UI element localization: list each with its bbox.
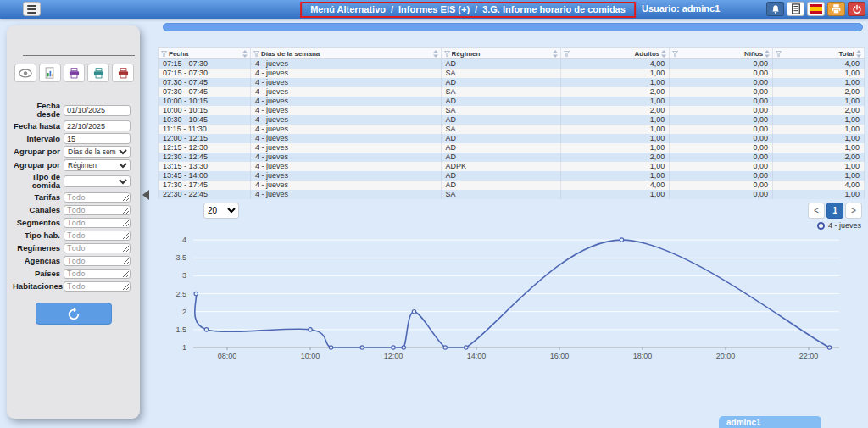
print-red-button[interactable] xyxy=(112,64,134,82)
filter-input-tipo-de-comida[interactable] xyxy=(64,175,131,187)
print-purple-button[interactable] xyxy=(64,64,86,82)
table-row[interactable]: 07:30 - 07:454 - juevesAD1,000,001,00 xyxy=(159,78,865,87)
filter-funnel-icon[interactable] xyxy=(253,51,259,57)
collapsed-panel-bar[interactable] xyxy=(163,23,863,31)
table-row[interactable]: 22:30 - 22:454 - juevesSA1,000,001,00 xyxy=(159,190,865,199)
data-point-marker[interactable] xyxy=(443,346,447,349)
filter-row: Regímenes xyxy=(13,242,134,253)
filter-row: Fecha desde xyxy=(13,102,134,119)
data-point-marker[interactable] xyxy=(620,238,623,242)
filter-input-agencias[interactable] xyxy=(64,256,131,266)
table-cell: 0,00 xyxy=(670,171,773,181)
pager-prev-button[interactable]: < xyxy=(808,203,825,219)
table-cell: 1,00 xyxy=(561,171,670,181)
table-row[interactable]: 12:30 - 12:454 - juevesAD2,000,002,00 xyxy=(159,153,865,162)
filter-funnel-icon[interactable] xyxy=(564,51,570,57)
data-point-marker[interactable] xyxy=(309,328,312,331)
filter-input-pa-ses[interactable] xyxy=(64,269,131,279)
table-row[interactable]: 10:00 - 10:154 - juevesAD1,000,001,00 xyxy=(159,97,865,106)
sort-icon[interactable] xyxy=(553,50,558,58)
table-cell: AD xyxy=(442,143,562,153)
breadcrumb-item[interactable]: 3.G. Informe horario de comidas xyxy=(482,4,626,14)
filter-input-agrupar-por[interactable]: Días de la semana xyxy=(64,146,131,158)
table-row[interactable]: 13:15 - 13:304 - juevesADPK1,000,001,00 xyxy=(159,162,865,171)
data-point-marker[interactable] xyxy=(360,346,364,349)
data-point-marker[interactable] xyxy=(827,346,831,349)
table-cell: AD xyxy=(442,78,562,87)
filter-row: Canales xyxy=(13,204,134,215)
table-row[interactable]: 10:30 - 10:454 - juevesAD1,000,001,00 xyxy=(159,115,865,125)
journal-icon xyxy=(791,3,801,14)
filter-input-intervalo[interactable] xyxy=(64,133,131,144)
table-row[interactable]: 11:15 - 11:304 - juevesSA1,000,001,00 xyxy=(159,125,865,134)
data-point-marker[interactable] xyxy=(194,292,198,295)
table-row[interactable]: 07:30 - 07:454 - juevesSA2,000,002,00 xyxy=(159,87,865,97)
chat-widget-badge[interactable]: adminc1 xyxy=(719,416,821,428)
filter-input-fecha-desde[interactable] xyxy=(64,105,131,116)
notifications-button[interactable] xyxy=(766,2,784,16)
data-point-marker[interactable] xyxy=(204,328,208,331)
excel-export-button[interactable] xyxy=(39,64,61,82)
breadcrumb[interactable]: Menú Alternativo/Informes EIS (+)/3.G. I… xyxy=(300,2,636,18)
pager-next-button[interactable]: > xyxy=(845,203,862,219)
table-cell: 0,00 xyxy=(670,69,773,78)
journal-button[interactable] xyxy=(787,2,804,16)
data-point-marker[interactable] xyxy=(392,346,395,349)
logout-button[interactable] xyxy=(848,2,865,16)
language-button[interactable] xyxy=(807,2,825,16)
column-header-r-gimen[interactable]: Régimen xyxy=(442,48,562,58)
filter-input-habitaciones[interactable] xyxy=(64,281,131,292)
filter-input-tarifas[interactable] xyxy=(64,192,131,203)
sort-icon[interactable] xyxy=(661,50,666,58)
filter-input-reg-menes[interactable] xyxy=(64,243,131,253)
data-point-marker[interactable] xyxy=(402,346,405,349)
refresh-button[interactable] xyxy=(36,303,112,325)
filter-funnel-icon[interactable] xyxy=(444,51,450,57)
table-row[interactable]: 13:45 - 14:004 - juevesAD1,000,001,00 xyxy=(159,171,865,181)
data-point-marker[interactable] xyxy=(412,310,415,314)
table-row[interactable]: 10:00 - 10:154 - juevesSA2,000,002,00 xyxy=(159,106,865,115)
search-input[interactable] xyxy=(23,42,135,56)
column-header-adultos[interactable]: Adultos xyxy=(561,48,670,58)
filter-funnel-icon[interactable] xyxy=(776,51,782,57)
sort-icon[interactable] xyxy=(856,50,861,58)
column-header-ni-os[interactable]: Niños xyxy=(670,48,773,58)
column-header-total[interactable]: Total xyxy=(773,48,865,58)
filter-funnel-icon[interactable] xyxy=(161,51,167,57)
data-point-marker[interactable] xyxy=(465,346,468,349)
pager-page-button[interactable]: 1 xyxy=(826,203,843,219)
sort-icon[interactable] xyxy=(433,50,438,58)
sort-icon[interactable] xyxy=(765,50,770,58)
data-point-marker[interactable] xyxy=(329,346,332,349)
preview-button[interactable] xyxy=(14,64,36,82)
table-row[interactable]: 12:00 - 12:154 - juevesAD1,000,001,00 xyxy=(159,134,865,143)
breadcrumb-item[interactable]: Menú Alternativo xyxy=(310,4,386,14)
bell-icon xyxy=(771,4,781,14)
filter-input-tipo-hab-[interactable] xyxy=(64,231,131,241)
sidebar-collapse-arrow[interactable] xyxy=(142,190,149,200)
table-row[interactable]: 12:15 - 12:304 - juevesAD1,000,001,00 xyxy=(159,143,865,153)
filter-input-agrupar-por[interactable]: Régimen xyxy=(64,159,131,171)
hamburger-menu-button[interactable] xyxy=(23,2,41,16)
column-header-d-as-de-la-semana[interactable]: Días de la semana xyxy=(251,48,442,58)
table-row[interactable]: 07:15 - 07:304 - juevesSA1,000,001,00 xyxy=(159,69,865,78)
table-row[interactable]: 17:30 - 17:454 - juevesAD4,000,004,00 xyxy=(159,181,865,190)
table-row[interactable]: 07:15 - 07:304 - juevesAD4,000,004,00 xyxy=(159,59,865,69)
print-teal-button[interactable] xyxy=(87,64,109,82)
filter-input-segmentos[interactable] xyxy=(64,218,131,228)
legend-radio[interactable] xyxy=(817,222,825,230)
page-size-select[interactable]: 20 xyxy=(203,203,239,219)
filter-funnel-icon[interactable] xyxy=(672,51,678,57)
sort-icon[interactable] xyxy=(242,50,248,58)
breadcrumb-item[interactable]: Informes EIS (+) xyxy=(398,4,470,14)
table-cell: 2,00 xyxy=(773,106,865,115)
table-cell: SA xyxy=(442,69,562,78)
print-button[interactable] xyxy=(827,2,845,16)
x-tick-label: 10:00 xyxy=(301,352,320,360)
column-header-fecha[interactable]: Fecha xyxy=(159,48,251,58)
filter-input-canales[interactable] xyxy=(64,205,131,215)
table-cell: 4 - jueves xyxy=(251,153,442,162)
filter-label: Intervalo xyxy=(13,135,64,143)
filter-row: Intervalo xyxy=(13,133,134,144)
filter-input-fecha-hasta[interactable] xyxy=(64,120,131,131)
